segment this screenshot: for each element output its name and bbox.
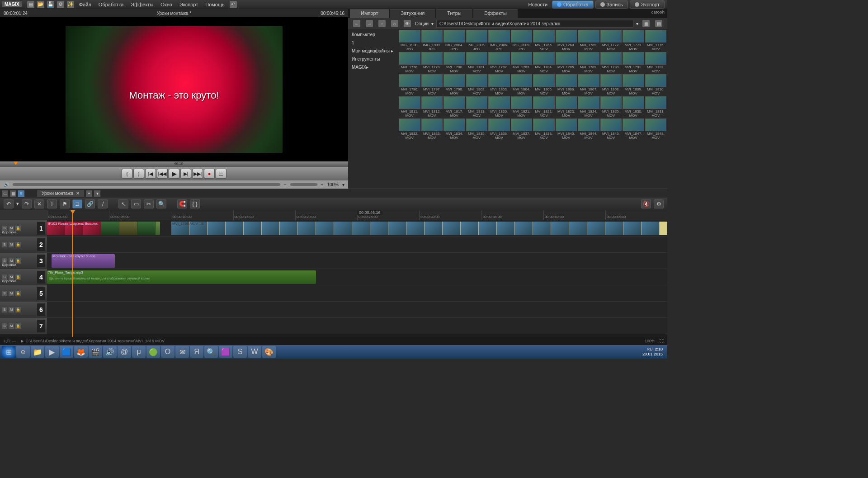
media-thumb[interactable]: IMG_2004.JPG [443,30,465,51]
nav-fwd-icon[interactable]: → [366,20,373,27]
track-content-6[interactable] [47,302,667,317]
mail-icon[interactable]: @ [118,346,131,358]
track-head-2[interactable]: SM🔒2 [0,237,47,252]
media-thumb[interactable]: MVI_1784.MOV [533,52,555,73]
menu-Помощь[interactable]: Помощь [202,1,228,8]
start-button[interactable]: ⊞ [2,346,15,358]
timeline-ruler[interactable]: 00:00:46:16 00:00:00:0000:00:05:0000:00:… [47,210,667,220]
app-icon-2[interactable]: ✉ [175,346,189,358]
media-thumb[interactable]: MVI_1798.MOV [443,74,465,95]
track-content-7[interactable] [47,318,667,334]
save-icon[interactable]: 💾 [47,1,54,8]
list-button[interactable]: ☰ [216,169,226,179]
lock-icon[interactable]: 🔒 [15,291,21,296]
media-tab-0[interactable]: Импорт [350,9,389,18]
taskbar-lang[interactable]: RU [646,347,652,351]
firefox-icon[interactable]: 🦊 [74,346,88,358]
track-head-3[interactable]: SM🔒Дорожка:3 [0,253,47,269]
media-tab-1[interactable]: Затухания [390,9,435,18]
media-thumb[interactable]: MVI_1824.MOV [578,96,599,118]
catooh-logo[interactable]: catooh [648,9,667,18]
scrub-bar[interactable]: 46:16 [0,161,348,167]
group-button[interactable]: ⊐ [72,199,82,208]
lock-icon[interactable]: 🔒 [15,323,21,329]
media-thumb[interactable]: MVI_1792.MOV [645,52,667,73]
media-thumb[interactable]: MVI_1789.MOV [578,52,599,73]
link-button[interactable]: 🔗 [85,199,95,208]
track-content-5[interactable] [47,285,667,301]
edit-mode-button[interactable]: Обработка [552,0,593,9]
view-mode-2-icon[interactable]: ▦ [10,190,16,197]
media-thumb[interactable]: MVI_1818.MOV [466,96,488,118]
word-icon[interactable]: W [248,346,261,358]
solo-button[interactable]: S [2,242,7,247]
media-tab-3[interactable]: Эффекты [473,9,518,18]
project-dropdown[interactable]: ▾ [94,190,100,197]
track-content-3[interactable]: Монтаж - это круто! X-поз [47,253,667,269]
nav-view-icon[interactable]: 👁 [404,20,411,27]
opera-icon[interactable]: O [161,346,175,358]
media-thumb[interactable]: MVI_1776.MOV [399,52,420,73]
close-tab-icon[interactable]: ✕ [76,191,80,196]
clip-images[interactable]: IF103 Roses Ширина: Высота: [47,222,160,235]
track-head-6[interactable]: SM🔒6 [0,302,47,317]
nav-back-icon[interactable]: ← [353,20,360,27]
options-dropdown[interactable]: Опции [415,21,429,26]
media-thumb[interactable]: MVI_1836.MOV [488,118,510,140]
media-thumb[interactable]: IMG_1988.JPG [399,30,420,51]
mute-button[interactable]: M [9,242,14,247]
icq-icon[interactable]: 🟢 [146,346,160,358]
media-thumb[interactable]: MVI_1848.MOV [645,118,667,140]
taskbar-time[interactable]: 2:10 [655,347,663,351]
timeline-playhead[interactable] [72,210,73,337]
delete-button[interactable]: ✕ [34,199,44,208]
video-preview[interactable]: Монтаж - это круто! [0,17,348,161]
export-mode-button[interactable]: Экспорт [630,0,665,9]
mpc-icon[interactable]: 🎬 [89,346,102,358]
taskbar-date[interactable]: 20.01.2015 [642,352,663,356]
media-thumb[interactable]: MVI_1790.MOV [600,52,622,73]
track-content-4[interactable]: 7th_Floor_Tango.mp3Щелкните правой клави… [47,269,667,285]
media-thumb[interactable]: MVI_1834.MOV [443,118,465,140]
media-thumb[interactable]: MVI_1808.MOV [600,74,622,95]
track-content-1[interactable]: IF103 Roses Ширина: Высота:MVI_1769.MOV … [47,220,667,236]
track-head-5[interactable]: SM🔒5 [0,285,47,301]
new-icon[interactable]: ▤ [27,1,34,8]
tree-magix-tools[interactable]: Инструменты MAGIX▸ [352,55,394,71]
nav-up-icon[interactable]: ↑ [378,20,386,27]
menu-Обработка[interactable]: Обработка [95,1,127,8]
tree-folder-1[interactable]: 1 [352,39,394,47]
undo-button[interactable]: ↶ [4,199,14,208]
path-field[interactable]: C:\Users\1\Desktop\Фото и видео\Хорватия… [436,20,633,28]
unlink-button[interactable]: ⧸ [98,199,108,208]
media-thumb[interactable]: MVI_1817.MOV [443,96,465,118]
title-tool-button[interactable]: T [47,199,57,208]
media-thumb[interactable]: MVI_1831.MOV [645,96,667,118]
menu-Эффекты[interactable]: Эффекты [127,1,157,8]
media-thumb[interactable]: MVI_1833.MOV [421,118,443,140]
clip-audio[interactable]: 7th_Floor_Tango.mp3Щелкните правой клави… [47,270,316,284]
sound-icon[interactable]: 🔊 [103,346,117,358]
media-thumb[interactable]: MVI_1837.MOV [511,118,533,140]
prev-frame-button[interactable]: |◀ [145,169,156,179]
lock-icon[interactable]: 🔒 [15,307,21,312]
view-mode-3-icon[interactable]: ≡ [18,190,24,197]
clip-title[interactable]: Монтаж - это круто! X-поз [52,254,115,268]
media-thumb[interactable]: MVI_1847.MOV [623,118,644,140]
yandex-icon[interactable]: Я [190,346,203,358]
range-start-button[interactable]: { [122,169,132,179]
media-thumb[interactable]: MVI_1778.MOV [421,52,443,73]
lock-icon[interactable]: 🔒 [15,242,21,247]
speaker-left-icon[interactable]: 🔊 [4,182,9,187]
tree-mymedia[interactable]: Мои медиафайлы ▸ [352,47,394,55]
media-thumb[interactable]: MVI_1844.MOV [578,118,599,140]
media-thumb[interactable]: MVI_1765.MOV [533,30,555,51]
media-thumb[interactable]: MVI_1822.MOV [533,96,555,118]
utorrent-icon[interactable]: μ [132,346,146,358]
zoom-tool[interactable]: 🔍 [156,199,166,208]
tree-computer[interactable]: Компьютер [352,31,394,39]
mute-icon[interactable]: 🔇 [641,199,651,208]
track-head-7[interactable]: SM🔒7 [0,318,47,334]
media-thumb[interactable]: MVI_1796.MOV [399,74,420,95]
wand-icon[interactable]: ✨ [67,1,74,8]
